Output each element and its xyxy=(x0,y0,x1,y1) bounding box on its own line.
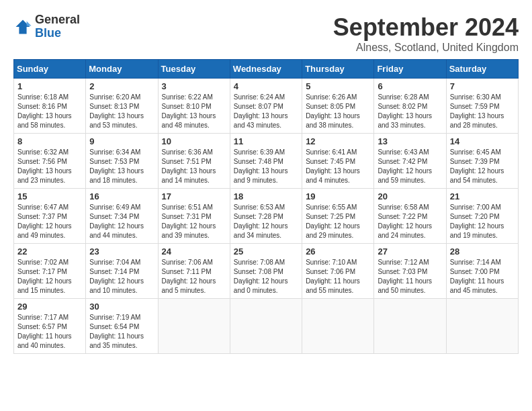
table-row: 7Sunrise: 6:30 AM Sunset: 7:59 PM Daylig… xyxy=(446,79,518,134)
col-thursday: Thursday xyxy=(302,60,374,79)
day-info: Sunrise: 6:20 AM Sunset: 8:13 PM Dayligh… xyxy=(89,93,154,130)
day-number: 2 xyxy=(89,81,154,91)
day-info: Sunrise: 7:00 AM Sunset: 7:20 PM Dayligh… xyxy=(450,203,515,240)
day-number: 22 xyxy=(17,246,82,257)
table-row: 1Sunrise: 6:18 AM Sunset: 8:16 PM Daylig… xyxy=(14,79,86,134)
table-row: 29Sunrise: 7:17 AM Sunset: 6:57 PM Dayli… xyxy=(14,299,86,354)
table-row: 20Sunrise: 6:58 AM Sunset: 7:22 PM Dayli… xyxy=(374,189,446,244)
day-number: 5 xyxy=(306,81,370,91)
table-row: 6Sunrise: 6:28 AM Sunset: 8:02 PM Daylig… xyxy=(374,79,446,134)
day-info: Sunrise: 6:45 AM Sunset: 7:39 PM Dayligh… xyxy=(450,148,515,185)
table-row: 12Sunrise: 6:41 AM Sunset: 7:45 PM Dayli… xyxy=(302,134,374,189)
day-info: Sunrise: 6:43 AM Sunset: 7:42 PM Dayligh… xyxy=(378,148,442,185)
day-info: Sunrise: 6:55 AM Sunset: 7:25 PM Dayligh… xyxy=(306,203,370,240)
day-info: Sunrise: 6:26 AM Sunset: 8:05 PM Dayligh… xyxy=(306,93,370,130)
logo: General Blue xyxy=(13,13,80,40)
table-row xyxy=(302,299,374,354)
day-number: 29 xyxy=(17,302,82,312)
svg-marker-1 xyxy=(27,21,32,26)
day-number: 16 xyxy=(89,191,154,201)
calendar-table: Sunday Monday Tuesday Wednesday Thursday… xyxy=(13,59,519,354)
svg-marker-0 xyxy=(16,19,30,34)
day-info: Sunrise: 6:28 AM Sunset: 8:02 PM Dayligh… xyxy=(378,93,442,130)
day-number: 6 xyxy=(378,81,442,91)
day-number: 18 xyxy=(234,191,298,201)
logo-icon xyxy=(13,17,32,36)
table-row: 21Sunrise: 7:00 AM Sunset: 7:20 PM Dayli… xyxy=(446,189,518,244)
col-sunday: Sunday xyxy=(14,60,86,79)
day-info: Sunrise: 7:04 AM Sunset: 7:14 PM Dayligh… xyxy=(89,258,154,295)
table-row: 16Sunrise: 6:49 AM Sunset: 7:34 PM Dayli… xyxy=(86,189,158,244)
day-number: 26 xyxy=(306,246,370,257)
day-info: Sunrise: 6:39 AM Sunset: 7:48 PM Dayligh… xyxy=(234,148,298,185)
day-info: Sunrise: 6:53 AM Sunset: 7:28 PM Dayligh… xyxy=(234,203,298,240)
day-number: 1 xyxy=(17,81,82,91)
col-saturday: Saturday xyxy=(446,60,518,79)
col-tuesday: Tuesday xyxy=(158,60,230,79)
day-info: Sunrise: 6:22 AM Sunset: 8:10 PM Dayligh… xyxy=(162,93,226,130)
table-row xyxy=(230,299,302,354)
day-number: 25 xyxy=(234,246,298,257)
month-title: September 2024 xyxy=(333,13,519,42)
title-block: September 2024 Alness, Scotland, United … xyxy=(333,13,519,54)
table-row: 8Sunrise: 6:32 AM Sunset: 7:56 PM Daylig… xyxy=(14,134,86,189)
calendar-week-4: 22Sunrise: 7:02 AM Sunset: 7:17 PM Dayli… xyxy=(14,244,519,299)
table-row xyxy=(446,299,518,354)
table-row: 26Sunrise: 7:10 AM Sunset: 7:06 PM Dayli… xyxy=(302,244,374,299)
day-number: 7 xyxy=(450,81,515,91)
table-row: 25Sunrise: 7:08 AM Sunset: 7:08 PM Dayli… xyxy=(230,244,302,299)
day-number: 14 xyxy=(450,136,515,146)
day-number: 10 xyxy=(162,136,226,146)
day-number: 13 xyxy=(378,136,442,146)
table-row: 27Sunrise: 7:12 AM Sunset: 7:03 PM Dayli… xyxy=(374,244,446,299)
day-number: 8 xyxy=(17,136,82,146)
table-row: 3Sunrise: 6:22 AM Sunset: 8:10 PM Daylig… xyxy=(158,79,230,134)
table-row: 10Sunrise: 6:36 AM Sunset: 7:51 PM Dayli… xyxy=(158,134,230,189)
col-monday: Monday xyxy=(86,60,158,79)
day-number: 15 xyxy=(17,191,82,201)
table-row: 24Sunrise: 7:06 AM Sunset: 7:11 PM Dayli… xyxy=(158,244,230,299)
calendar-week-3: 15Sunrise: 6:47 AM Sunset: 7:37 PM Dayli… xyxy=(14,189,519,244)
day-info: Sunrise: 7:08 AM Sunset: 7:08 PM Dayligh… xyxy=(234,258,298,295)
day-info: Sunrise: 7:19 AM Sunset: 6:54 PM Dayligh… xyxy=(89,313,154,351)
calendar-week-1: 1Sunrise: 6:18 AM Sunset: 8:16 PM Daylig… xyxy=(14,79,519,134)
day-info: Sunrise: 6:47 AM Sunset: 7:37 PM Dayligh… xyxy=(17,203,82,240)
day-number: 27 xyxy=(378,246,442,257)
day-number: 24 xyxy=(162,246,226,257)
table-row: 13Sunrise: 6:43 AM Sunset: 7:42 PM Dayli… xyxy=(374,134,446,189)
table-row: 19Sunrise: 6:55 AM Sunset: 7:25 PM Dayli… xyxy=(302,189,374,244)
table-row: 9Sunrise: 6:34 AM Sunset: 7:53 PM Daylig… xyxy=(86,134,158,189)
day-info: Sunrise: 6:30 AM Sunset: 7:59 PM Dayligh… xyxy=(450,93,515,130)
day-info: Sunrise: 6:49 AM Sunset: 7:34 PM Dayligh… xyxy=(89,203,154,240)
table-row: 15Sunrise: 6:47 AM Sunset: 7:37 PM Dayli… xyxy=(14,189,86,244)
day-number: 30 xyxy=(89,302,154,312)
table-row: 14Sunrise: 6:45 AM Sunset: 7:39 PM Dayli… xyxy=(446,134,518,189)
table-row: 2Sunrise: 6:20 AM Sunset: 8:13 PM Daylig… xyxy=(86,79,158,134)
table-row: 30Sunrise: 7:19 AM Sunset: 6:54 PM Dayli… xyxy=(86,299,158,354)
day-info: Sunrise: 6:34 AM Sunset: 7:53 PM Dayligh… xyxy=(89,148,154,185)
day-number: 23 xyxy=(89,246,154,257)
table-row: 17Sunrise: 6:51 AM Sunset: 7:31 PM Dayli… xyxy=(158,189,230,244)
day-info: Sunrise: 7:12 AM Sunset: 7:03 PM Dayligh… xyxy=(378,258,442,295)
calendar-header-row: Sunday Monday Tuesday Wednesday Thursday… xyxy=(14,60,519,79)
day-number: 17 xyxy=(162,191,226,201)
col-wednesday: Wednesday xyxy=(230,60,302,79)
table-row: 28Sunrise: 7:14 AM Sunset: 7:00 PM Dayli… xyxy=(446,244,518,299)
table-row: 18Sunrise: 6:53 AM Sunset: 7:28 PM Dayli… xyxy=(230,189,302,244)
day-number: 28 xyxy=(450,246,515,257)
calendar-week-5: 29Sunrise: 7:17 AM Sunset: 6:57 PM Dayli… xyxy=(14,299,519,354)
logo-general-text: General xyxy=(35,13,80,26)
col-friday: Friday xyxy=(374,60,446,79)
day-info: Sunrise: 6:51 AM Sunset: 7:31 PM Dayligh… xyxy=(162,203,226,240)
logo-blue-text: Blue xyxy=(35,26,61,40)
calendar-week-2: 8Sunrise: 6:32 AM Sunset: 7:56 PM Daylig… xyxy=(14,134,519,189)
location: Alness, Scotland, United Kingdom xyxy=(333,42,519,54)
day-info: Sunrise: 7:10 AM Sunset: 7:06 PM Dayligh… xyxy=(306,258,370,295)
day-info: Sunrise: 7:06 AM Sunset: 7:11 PM Dayligh… xyxy=(162,258,226,295)
table-row xyxy=(374,299,446,354)
day-info: Sunrise: 7:14 AM Sunset: 7:00 PM Dayligh… xyxy=(450,258,515,295)
day-info: Sunrise: 6:58 AM Sunset: 7:22 PM Dayligh… xyxy=(378,203,442,240)
table-row: 4Sunrise: 6:24 AM Sunset: 8:07 PM Daylig… xyxy=(230,79,302,134)
table-row: 22Sunrise: 7:02 AM Sunset: 7:17 PM Dayli… xyxy=(14,244,86,299)
day-number: 11 xyxy=(234,136,298,146)
